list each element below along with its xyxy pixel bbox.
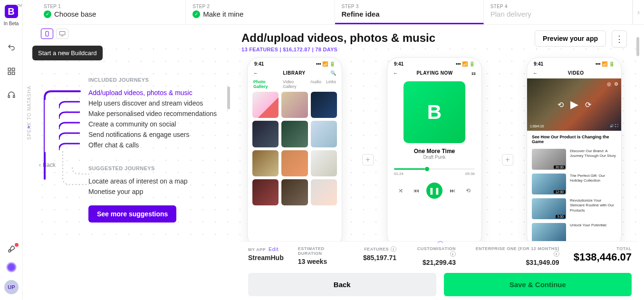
add-screen-button[interactable]: +: [362, 154, 374, 165]
step-label: Choose base: [54, 10, 96, 18]
chevron-up-icon[interactable]: ︿: [437, 237, 444, 245]
features-value: $85,197.71: [363, 254, 396, 261]
step-label: Plan delivery: [490, 10, 531, 18]
svg-rect-1: [12, 68, 14, 70]
video-headline: See How Our Product is Changing the Game: [527, 135, 621, 147]
svg-rect-0: [8, 68, 10, 70]
play-icon: ▶: [570, 98, 578, 111]
customisation-label: CUSTOMISATION: [417, 246, 456, 251]
time-elapsed: 01:24: [394, 172, 404, 176]
info-icon[interactable]: i: [554, 251, 559, 257]
scrollbar[interactable]: [227, 87, 230, 109]
svg-rect-6: [46, 31, 48, 36]
step-number: STEP 3: [342, 4, 477, 9]
more-menu-icon[interactable]: ⋮: [612, 30, 627, 48]
time-total: 05:36: [465, 172, 475, 176]
phone-mockup-video[interactable]: 9:41••• 📶 🔋 ← VIDEO ◎⚙ ⟲ ▶ ⟳ 1:00/4:10🔊 …: [527, 57, 622, 247]
journey-discover-stream[interactable]: Help users discover and stream videos: [60, 98, 217, 108]
user-avatar[interactable]: UP: [4, 280, 19, 294]
tab-audio: Audio: [310, 79, 321, 89]
svg-rect-7: [59, 31, 65, 35]
settings-icon: ⚙: [614, 81, 618, 87]
step-number: STEP 4: [490, 4, 625, 9]
video-list-item: 30:00 Discover Our Brand: A Journey Thro…: [527, 147, 621, 172]
chevron-right-icon[interactable]: ›: [28, 123, 30, 130]
journey-community[interactable]: Create a community on social: [60, 119, 217, 129]
undo-icon[interactable]: [6, 42, 17, 53]
step-plan-delivery[interactable]: STEP 4 Plan delivery: [484, 0, 633, 24]
back-button[interactable]: Back: [248, 273, 436, 296]
rocket-icon[interactable]: [6, 244, 17, 254]
speak-to-natasha-label[interactable]: SPEAK TO NATASHA: [27, 86, 32, 140]
step-number: STEP 2: [192, 4, 327, 9]
journey-notifications[interactable]: Send notifications & engage users: [60, 129, 217, 140]
svg-rect-4: [8, 96, 10, 98]
summary-footer: ︿ MY APPEdit StreamHub ESTIMATED DURATIO…: [241, 241, 638, 296]
forward-icon: ⟳: [585, 100, 591, 109]
mobile-device-toggle[interactable]: [41, 29, 53, 39]
gallery-thumb: [311, 150, 337, 176]
rewind-icon: ⟲: [557, 100, 564, 109]
desktop-device-toggle[interactable]: [56, 29, 68, 39]
step-refine-idea[interactable]: STEP 3 Refine idea: [335, 0, 484, 24]
video-hero: ◎⚙ ⟲ ▶ ⟳ 1:00/4:10🔊 ⛶: [527, 78, 621, 131]
brand-logo[interactable]: B: [5, 5, 18, 18]
gallery-thumb: [311, 92, 337, 118]
progress-bar: [394, 168, 475, 170]
phone-mockup-player[interactable]: 9:41••• 📶 🔋 ← PLAYING NOW ⚏ B One More T…: [387, 57, 482, 247]
gallery-thumb: [281, 121, 308, 147]
duration-badge: 12:00: [554, 190, 565, 194]
journey-recommendations[interactable]: Make personalised video recommendations: [60, 108, 217, 119]
customisation-value: $21,299.43: [411, 259, 456, 266]
phone-mockup-library[interactable]: 9:41••• 📶 🔋 ← LIBRARY 🔍 Photo Gallery Vi…: [247, 57, 342, 247]
pause-icon: ❚❚: [426, 183, 442, 199]
add-screen-button[interactable]: +: [502, 154, 513, 165]
video-item-title: Revolutionize Your Skincare Routine with…: [570, 198, 616, 213]
step-label: Make it mine: [203, 10, 243, 18]
video-item-title: Unlock Your Potential:: [570, 223, 607, 228]
status-time: 9:41: [394, 61, 404, 67]
headset-icon[interactable]: [6, 90, 17, 100]
apps-icon[interactable]: [6, 66, 17, 77]
total-value: $138,446.07: [574, 251, 632, 263]
edit-link[interactable]: Edit: [269, 246, 279, 252]
video-item-title: The Perfect Gift: Our Holiday Collection: [570, 174, 616, 184]
search-icon: 🔍: [330, 70, 336, 76]
beta-label: In Beta: [4, 21, 19, 26]
see-more-suggestions-button[interactable]: See more suggestions: [88, 205, 176, 223]
phone-title: VIDEO: [538, 70, 614, 76]
gallery-thumb: [252, 150, 279, 176]
status-time: 9:41: [534, 61, 543, 67]
wizard-steps: STEP 1 ✓Choose base STEP 2 ✓Make it mine…: [37, 0, 644, 25]
features-label: FEATURES: [364, 247, 389, 252]
prev-track-icon: ⏮: [411, 185, 422, 196]
status-time: 9:41: [254, 61, 264, 67]
status-indicator[interactable]: [6, 262, 17, 272]
equalizer-icon: ⚏: [471, 70, 476, 76]
scrollbar[interactable]: [636, 37, 639, 56]
song-title: One More Time: [387, 148, 481, 155]
gallery-thumb: [252, 121, 279, 147]
gallery-thumb: [281, 92, 308, 118]
video-list-item: 12:00 The Perfect Gift: Our Holiday Coll…: [527, 172, 621, 196]
phone-title: PLAYING NOW: [398, 70, 471, 76]
journey-chat-calls[interactable]: Offer chat & calls: [60, 140, 217, 150]
journey-monetise[interactable]: Monetise your app: [60, 186, 217, 197]
info-icon[interactable]: i: [391, 246, 396, 252]
chevron-right-icon[interactable]: ›: [633, 0, 644, 24]
preview-app-button[interactable]: Preview your app: [535, 30, 606, 47]
step-make-it-mine[interactable]: STEP 2 ✓Make it mine: [186, 0, 335, 24]
enterprise-label: ENTERPRISE ONE (FOR 12 MONTHS): [476, 246, 559, 251]
info-icon[interactable]: i: [450, 251, 456, 257]
gallery-thumb: [252, 92, 279, 118]
save-continue-button[interactable]: Save & Continue: [444, 273, 632, 296]
journey-locate-map[interactable]: Locate areas of interest on a map: [60, 176, 217, 186]
gallery-thumb: [311, 179, 337, 205]
phone-title: LIBRARY: [259, 70, 330, 76]
back-arrow-icon: ←: [533, 70, 538, 76]
journey-add-upload[interactable]: Add/upload videos, photos & music: [60, 87, 217, 98]
step-choose-base[interactable]: STEP 1 ✓Choose base: [37, 0, 186, 24]
my-app-label: MY APP: [248, 247, 266, 252]
check-icon: ✓: [192, 10, 200, 18]
total-label: TOTAL: [574, 246, 632, 251]
